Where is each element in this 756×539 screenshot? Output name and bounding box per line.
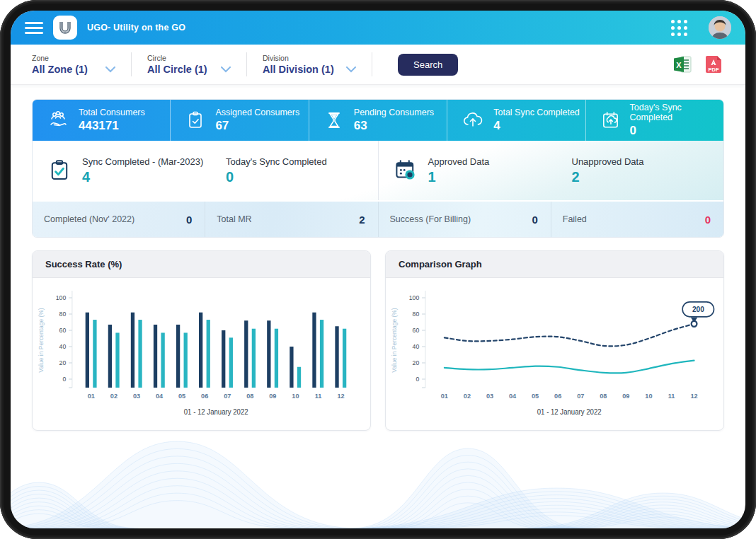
user-avatar[interactable] xyxy=(709,16,731,39)
zone-label: Zone xyxy=(32,54,115,62)
stat-value: 443171 xyxy=(79,119,145,133)
calendar-approved-icon xyxy=(393,158,418,183)
svg-text:06: 06 xyxy=(554,393,561,400)
summary-label: Approved Data xyxy=(428,156,490,167)
svg-text:0: 0 xyxy=(416,376,419,383)
top-app-bar: UGO- Utility on the GO xyxy=(11,11,745,45)
svg-text:08: 08 xyxy=(246,393,253,400)
hourglass-icon xyxy=(323,110,345,131)
success-rate-bar-chart: 100806040200Value in Percentage (%)01020… xyxy=(33,278,370,430)
svg-text:20: 20 xyxy=(413,359,420,366)
dashboard-content: Total Consumers 443171 xyxy=(11,85,745,528)
metric-success-billing: Success (For Billing) 0 xyxy=(379,202,551,237)
kpi-panel: Total Consumers 443171 xyxy=(32,99,724,238)
summary-row: Sync Completed - (Mar-2023) 4 Today's Sy… xyxy=(33,141,723,200)
stat-pending-consumers: Pending Consumers 63 xyxy=(309,100,447,141)
chart-title: Comparison Graph xyxy=(386,251,723,278)
svg-text:11: 11 xyxy=(668,393,675,400)
stat-value: 4 xyxy=(493,119,580,133)
metric-label: Total MR xyxy=(217,214,251,224)
svg-text:40: 40 xyxy=(413,343,420,350)
stat-value: 67 xyxy=(215,119,299,133)
stat-label: Pending Consumers xyxy=(354,108,434,117)
svg-text:08: 08 xyxy=(600,393,607,400)
ugo-logo-icon xyxy=(57,19,74,36)
stat-label: Today's Sync Completed xyxy=(630,103,723,122)
stat-today-sync: Today's Sync Completed 0 xyxy=(586,100,723,141)
apps-grid-icon[interactable] xyxy=(671,20,687,36)
division-dropdown[interactable]: Division All Division (1) xyxy=(263,54,356,75)
divider xyxy=(246,52,247,76)
consumers-hand-icon xyxy=(47,109,69,132)
sync-summary: Sync Completed - (Mar-2023) 4 Today's Sy… xyxy=(33,141,378,200)
divider xyxy=(372,52,372,76)
chevron-down-icon xyxy=(346,66,356,73)
svg-text:09: 09 xyxy=(269,393,276,400)
pdf-export-icon[interactable]: PDF xyxy=(703,54,724,75)
metric-value: 0 xyxy=(186,214,192,226)
metric-label: Failed xyxy=(563,214,587,224)
svg-text:60: 60 xyxy=(59,327,67,334)
comparison-line-chart: 100806040200Value in Percentage (%)01020… xyxy=(386,278,723,430)
metric-value: 0 xyxy=(705,214,711,226)
metric-total-mr: Total MR 2 xyxy=(205,202,378,237)
circle-label: Circle xyxy=(147,54,231,62)
svg-text:04: 04 xyxy=(156,393,164,400)
svg-text:09: 09 xyxy=(622,393,629,400)
svg-text:01 - 12 January 2022: 01 - 12 January 2022 xyxy=(184,408,248,416)
svg-text:11: 11 xyxy=(315,393,322,400)
clipboard-check-icon xyxy=(47,158,72,183)
svg-text:05: 05 xyxy=(178,393,185,400)
svg-text:02: 02 xyxy=(464,393,471,400)
division-label: Division xyxy=(263,54,356,62)
chevron-down-icon xyxy=(105,66,115,73)
summary-value: 0 xyxy=(226,169,327,185)
svg-text:03: 03 xyxy=(486,393,493,400)
svg-text:60: 60 xyxy=(413,327,420,334)
svg-text:Value in Percentage (%): Value in Percentage (%) xyxy=(38,308,45,373)
svg-text:05: 05 xyxy=(532,393,539,400)
svg-text:40: 40 xyxy=(59,343,67,350)
svg-text:04: 04 xyxy=(509,393,517,400)
calendar-upload-icon xyxy=(600,110,621,131)
tablet-bezel: UGO- Utility on the GO Zone All Zone (1) xyxy=(0,0,756,539)
circle-dropdown[interactable]: Circle All Circle (1) xyxy=(147,54,231,75)
svg-text:02: 02 xyxy=(110,393,118,400)
zone-value: All Zone (1) xyxy=(32,64,88,75)
svg-text:X: X xyxy=(676,61,682,69)
svg-text:12: 12 xyxy=(690,393,697,400)
svg-text:07: 07 xyxy=(577,393,584,400)
search-button[interactable]: Search xyxy=(398,54,458,76)
svg-text:100: 100 xyxy=(56,294,67,301)
metric-value: 2 xyxy=(359,214,365,226)
clipboard-check-icon xyxy=(185,110,206,131)
app-logo xyxy=(53,16,77,40)
svg-text:80: 80 xyxy=(59,311,67,318)
stat-label: Assigned Consumers xyxy=(215,108,299,117)
zone-dropdown[interactable]: Zone All Zone (1) xyxy=(32,54,115,75)
excel-export-icon[interactable]: X xyxy=(672,54,693,75)
comparison-chart-card: Comparison Graph 100806040200Value in Pe… xyxy=(385,250,724,431)
stat-assigned-consumers: Assigned Consumers 67 xyxy=(171,100,309,141)
stat-value: 63 xyxy=(354,119,434,133)
svg-text:12: 12 xyxy=(337,393,344,400)
app-screen: UGO- Utility on the GO Zone All Zone (1) xyxy=(11,11,745,528)
metric-failed: Failed 0 xyxy=(551,202,723,237)
metric-completed-nov: Completed (Nov' 2022) 0 xyxy=(33,202,205,237)
app-title: UGO- Utility on the GO xyxy=(87,23,185,33)
summary-value: 2 xyxy=(572,169,644,185)
svg-text:200: 200 xyxy=(692,306,704,313)
metric-label: Completed (Nov' 2022) xyxy=(44,214,134,224)
svg-text:100: 100 xyxy=(409,294,420,301)
stat-label: Total Consumers xyxy=(79,108,145,117)
menu-icon[interactable] xyxy=(25,22,43,34)
svg-text:0: 0 xyxy=(62,376,66,383)
stat-value: 0 xyxy=(630,124,723,138)
svg-text:01: 01 xyxy=(441,393,448,400)
stat-total-consumers: Total Consumers 443171 xyxy=(33,100,171,141)
summary-label: Today's Sync Completed xyxy=(226,156,327,167)
mini-metrics-row: Completed (Nov' 2022) 0 Total MR 2 Succe… xyxy=(33,200,723,237)
svg-text:PDF: PDF xyxy=(709,66,719,73)
divider xyxy=(131,52,132,76)
approval-summary: Approved Data 1 Unapproved Data 2 xyxy=(378,141,724,200)
